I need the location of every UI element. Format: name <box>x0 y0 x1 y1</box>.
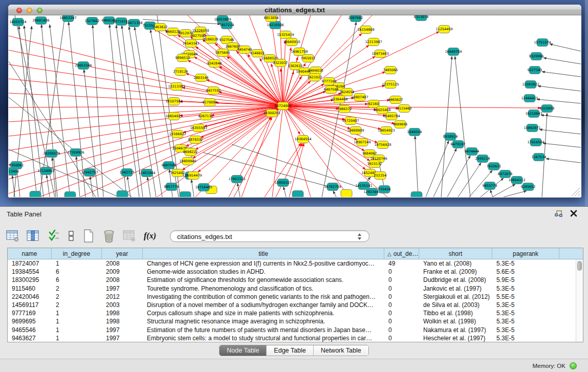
graph-node[interactable]: 16210643 <box>525 110 542 118</box>
graph-node[interactable]: 1621022 <box>308 74 322 81</box>
graph-node[interactable]: 10958107 <box>274 179 291 187</box>
function-builder-icon[interactable]: f(x) <box>142 228 158 244</box>
float-panel-icon[interactable] <box>554 209 563 218</box>
graph-node[interactable]: 9170084 <box>203 99 217 106</box>
graph-node[interactable]: 16648784 <box>445 48 462 56</box>
graph-node[interactable]: 17359926 <box>67 149 84 157</box>
graph-node[interactable]: 8471676 <box>498 170 513 178</box>
graph-node[interactable]: 7485065 <box>383 67 398 74</box>
resize-grip-icon[interactable] <box>572 188 580 196</box>
graph-node[interactable]: 10688609 <box>347 127 364 135</box>
graph-node[interactable] <box>292 191 303 198</box>
graph-node[interactable]: 1167534 <box>532 154 547 161</box>
graph-node[interactable]: 18640910 <box>283 38 300 46</box>
graph-node[interactable]: 2718126 <box>173 68 188 76</box>
graph-node[interactable]: 19809946 <box>179 158 196 165</box>
graph-node[interactable]: 8427552 <box>206 87 221 95</box>
graph-node[interactable]: 12375125 <box>382 81 399 89</box>
window-titlebar[interactable]: citations_edges.txt <box>8 5 581 15</box>
graph-node[interactable]: 9242848 <box>207 60 222 68</box>
graph-node[interactable]: 17016504 <box>527 139 544 146</box>
table-row[interactable]: 1872400712008Changes of HCN gene express… <box>8 259 583 268</box>
graph-node[interactable]: 10654923 <box>165 113 182 120</box>
tab-network-table[interactable]: Network Table <box>314 345 368 356</box>
column-header-out_de[interactable]: △out_de… <box>384 248 419 259</box>
graph-node[interactable]: 2935114 <box>475 155 490 163</box>
graph-node[interactable]: 3624554 <box>340 89 355 96</box>
graph-node[interactable]: 12213987 <box>365 38 382 46</box>
trash-icon[interactable] <box>101 228 117 244</box>
graph-node[interactable]: 19654923 <box>378 127 395 135</box>
graph-node[interactable]: 7955812 <box>301 55 316 62</box>
graph-node[interactable]: 9245652 <box>521 183 536 191</box>
table-row[interactable]: 969969511998Structural magnetic resonanc… <box>8 317 583 325</box>
graph-node[interactable]: 9455774 <box>483 182 497 190</box>
table-settings-icon[interactable] <box>5 228 20 244</box>
graph-node[interactable]: 9227343 <box>528 67 542 74</box>
table-row[interactable]: 911546021997Tourette syndrome. Phenomeno… <box>8 285 583 293</box>
graph-node[interactable]: 9329966 <box>529 53 544 60</box>
graph-node[interactable]: 9474444 <box>465 148 480 156</box>
graph-node[interactable]: 8813054 <box>264 15 279 22</box>
graph-node[interactable]: 8857774 <box>164 183 179 191</box>
column-header-short[interactable]: short <box>419 248 492 259</box>
graph-node[interactable] <box>30 191 41 198</box>
graph-node[interactable]: 2803144 <box>194 74 209 82</box>
graph-node[interactable]: 252254 <box>374 172 387 180</box>
memory-status-indicator[interactable] <box>570 362 577 369</box>
graph-node[interactable] <box>341 190 352 198</box>
table-row[interactable]: 1830029562008Estimation of significance … <box>8 276 583 284</box>
graph-node[interactable]: 9465627 <box>388 96 403 104</box>
network-canvas[interactable]: 14055724 20691406 10653247 1527602 64661… <box>9 15 581 197</box>
column-header-title[interactable]: title <box>143 248 384 259</box>
table-row[interactable]: 2242004622012Investigating the contribut… <box>8 293 583 301</box>
table-vertical-scrollbar[interactable] <box>576 259 583 342</box>
graph-node[interactable]: 6497568 <box>324 86 339 94</box>
graph-node[interactable]: 16154808 <box>357 26 374 34</box>
table-row[interactable]: 977716911998Corpus callosum shape and si… <box>8 309 583 317</box>
graph-node[interactable]: 2087682 <box>349 15 363 22</box>
column-header-name[interactable]: name <box>8 248 52 259</box>
graph-node[interactable]: 18107584 <box>165 98 182 105</box>
graph-node[interactable] <box>411 192 422 198</box>
tab-edge-table[interactable]: Edge Table <box>267 345 313 356</box>
column-header-in_degree[interactable]: in_degree <box>52 248 102 259</box>
graph-node[interactable]: 9146821 <box>250 50 265 57</box>
graph-node[interactable]: 8215958 <box>540 105 555 113</box>
tab-node-table[interactable]: Node Table <box>220 345 267 356</box>
graph-node[interactable]: 9699695 <box>393 121 408 128</box>
graph-node[interactable]: 7632621 <box>487 163 502 170</box>
graph-node[interactable]: 10653247 <box>59 15 76 22</box>
graph-node[interactable]: 9115460 <box>397 105 412 113</box>
table-selector-combobox[interactable]: citations_edges.txt <box>170 230 369 242</box>
new-document-icon[interactable] <box>81 228 96 244</box>
graph-node[interactable]: 16782759 <box>324 183 341 191</box>
graph-node[interactable]: 7857224 <box>220 21 234 29</box>
close-panel-icon[interactable] <box>570 209 578 217</box>
graph-node[interactable]: 15751074 <box>534 39 551 47</box>
graph-node[interactable]: 10807487 <box>351 94 368 101</box>
graph-node[interactable]: 733426 <box>378 186 391 193</box>
graph-node[interactable]: 1527602 <box>85 17 100 25</box>
graph-node[interactable] <box>180 192 191 198</box>
graph-node[interactable]: 8267130 <box>199 113 213 120</box>
table-row[interactable]: 1938455462009Genome-wide association stu… <box>8 268 583 276</box>
graph-node[interactable]: 7625402 <box>170 169 185 177</box>
graph-node[interactable]: 1342727 <box>120 169 135 177</box>
graph-node[interactable]: 20691406 <box>32 17 49 25</box>
graph-node[interactable]: 10973493 <box>372 50 388 58</box>
graph-node[interactable]: 15325419 <box>277 31 294 39</box>
graph-node[interactable]: 12093822 <box>522 81 539 89</box>
column-header-pagerank[interactable]: pagerank <box>492 248 559 259</box>
graph-node[interactable]: 5875645 <box>215 49 230 57</box>
table-row[interactable]: 1456911722003Disruption of a novel membe… <box>8 301 583 309</box>
table-row[interactable]: 946362711997Embryonic stem cells: a mode… <box>8 334 583 342</box>
graph-node[interactable]: 14055724 <box>9 18 26 26</box>
graph-node[interactable] <box>117 191 128 198</box>
graph-node[interactable]: 1640554 <box>407 128 422 136</box>
graph-node[interactable]: 1615132 <box>367 160 382 168</box>
graph-node[interactable]: 8313074 <box>414 15 429 21</box>
graph-node[interactable]: 8938924 <box>443 133 458 141</box>
graph-node[interactable]: 9698222 <box>183 148 198 156</box>
table-fragment-icon[interactable] <box>67 228 76 244</box>
